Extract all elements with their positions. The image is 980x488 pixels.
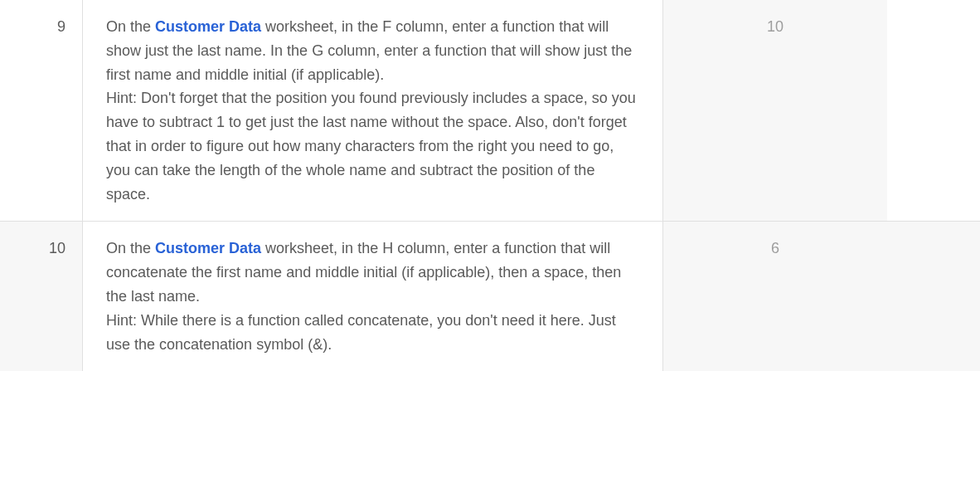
desc-prefix: On the [106, 240, 155, 256]
worksheet-link[interactable]: Customer Data [155, 240, 261, 256]
row-description: On the Customer Data worksheet, in the F… [83, 0, 663, 221]
instruction-table: 9 On the Customer Data worksheet, in the… [0, 0, 980, 371]
table-row: 9 On the Customer Data worksheet, in the… [0, 0, 980, 222]
row-score: 6 [663, 222, 887, 371]
table-row: 10 On the Customer Data worksheet, in th… [0, 222, 980, 371]
row-description: On the Customer Data worksheet, in the H… [83, 222, 663, 371]
row-score: 10 [663, 0, 887, 221]
desc-prefix: On the [106, 18, 155, 35]
row-number: 9 [0, 0, 83, 221]
desc-hint: Hint: Don't forget that the position you… [106, 90, 636, 202]
worksheet-link[interactable]: Customer Data [155, 18, 261, 35]
row-number: 10 [0, 222, 83, 371]
desc-hint: Hint: While there is a function called c… [106, 312, 616, 353]
